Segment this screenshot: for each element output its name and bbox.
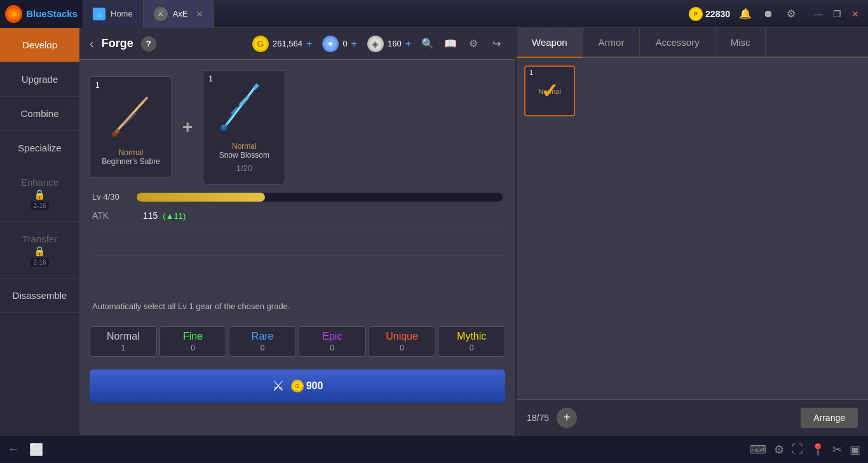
combine-button[interactable]: ⚔ G 900	[90, 370, 505, 403]
grade-btn-unique[interactable]: Unique 0	[369, 326, 436, 357]
location-icon[interactable]: 📍	[811, 443, 825, 457]
transfer-lock-badge: 2-16	[31, 258, 48, 266]
close-btn[interactable]: ✕	[849, 8, 862, 20]
stat-row-atk: ATK 115 (▲11)	[92, 207, 503, 225]
tab-home[interactable]: ⌂ Home	[83, 0, 144, 28]
gear-icon[interactable]: ⚙	[465, 35, 482, 53]
item2-image	[215, 82, 273, 139]
specialize-label: Specialize	[18, 142, 61, 153]
main-content: Develop Upgrade Combine Specialize Enhan…	[0, 28, 868, 435]
tab-weapon[interactable]: Weapon	[517, 28, 583, 58]
atk-value: 115	[143, 211, 158, 221]
back-button[interactable]: ‹	[90, 36, 94, 51]
record-icon[interactable]: ⏺	[761, 6, 776, 22]
grade-btn-mythic[interactable]: Mythic 0	[438, 326, 505, 357]
restore-btn[interactable]: ❐	[831, 8, 844, 20]
item-slot-1[interactable]: 1 Normal Beginner's Sabre	[90, 76, 172, 178]
taskbar-settings-icon[interactable]: ⚙	[774, 443, 784, 457]
tab-axe[interactable]: ⚔ AxE ✕	[144, 0, 214, 28]
grade-fine-count: 0	[163, 343, 224, 352]
stats-area: Lv 4/30 ATK 115 (▲11)	[90, 192, 505, 225]
scissors-icon[interactable]: ✂	[832, 443, 842, 457]
forge-header: ‹ Forge ? G 261,564 + ✦ 0 + ◈ 160 +	[79, 28, 515, 60]
item1-count: 1	[95, 81, 100, 90]
item2-grade: Normal	[232, 142, 257, 151]
tab-accessory[interactable]: Accessory	[640, 28, 715, 57]
enhance-label: Enhance	[21, 177, 58, 188]
item1-grade: Normal	[119, 148, 144, 157]
fullscreen-icon[interactable]: ⛶	[792, 443, 803, 457]
item-slot-2[interactable]: 1	[203, 70, 285, 184]
right-tabs: Weapon Armor Accessory Misc	[517, 28, 868, 58]
exit-icon[interactable]: ↪	[487, 35, 505, 53]
right-bottom: 18/75 + Arrange	[517, 399, 868, 435]
arrange-button[interactable]: Arrange	[801, 408, 858, 428]
grade-rare-count: 0	[232, 343, 293, 352]
tab-misc[interactable]: Misc	[715, 28, 766, 57]
gem-icon: ✦	[322, 36, 339, 52]
coin-icon: P	[689, 7, 703, 21]
coin-area: P 22830	[689, 7, 730, 21]
keyboard-icon[interactable]: ⌨	[750, 443, 766, 457]
auto-select-text: Automatically select all Lv 1 gear of th…	[90, 296, 505, 316]
tab-armor[interactable]: Armor	[583, 28, 641, 57]
develop-label: Develop	[22, 39, 57, 50]
grade-rare-label: Rare	[252, 331, 274, 342]
stat-row-empty-1	[90, 233, 505, 256]
atk-delta: (▲11)	[163, 211, 186, 221]
stone-icon: ◈	[367, 36, 384, 52]
tab-close-icon[interactable]: ✕	[196, 9, 203, 19]
stone-value: 160	[388, 39, 402, 48]
sidebar: Develop Upgrade Combine Specialize Enhan…	[0, 28, 79, 435]
enhance-lock-badge: 2-16	[31, 202, 48, 210]
stone-add[interactable]: +	[405, 38, 411, 50]
grade-epic-count: 0	[302, 343, 363, 352]
sidebar-item-transfer: Transfer 🔒 2-16	[0, 222, 79, 279]
search-icon[interactable]: 🔍	[419, 35, 437, 53]
grade-mythic-count: 0	[441, 343, 502, 352]
back-taskbar-btn[interactable]: ←	[8, 443, 19, 456]
items-row: 1 Normal Beginner's Sabre +	[90, 70, 505, 184]
right-panel: Weapon Armor Accessory Misc 1 Normal 18/…	[515, 28, 868, 435]
window-icon[interactable]: ▣	[850, 443, 860, 457]
grade-btn-rare[interactable]: Rare 0	[229, 326, 296, 357]
minimize-btn[interactable]: —	[811, 8, 825, 20]
grade-mythic-label: Mythic	[457, 331, 486, 342]
gem-add[interactable]: +	[351, 38, 357, 50]
sidebar-item-combine[interactable]: Combine	[0, 97, 79, 131]
combine-btn-icon: ⚔	[272, 378, 285, 394]
grade-btn-epic[interactable]: Epic 0	[299, 326, 366, 357]
gold-add[interactable]: +	[306, 38, 312, 50]
inventory-count: 18/75	[527, 413, 549, 423]
top-right-area: P 22830 🔔 ⏺ ⚙ — ❐ ✕	[689, 6, 868, 22]
sidebar-item-upgrade[interactable]: Upgrade	[0, 62, 79, 97]
add-slot-button[interactable]: +	[557, 408, 577, 428]
sidebar-item-develop[interactable]: Develop	[0, 28, 79, 62]
level-progress-fill	[137, 193, 265, 202]
grade-btn-normal[interactable]: Normal 1	[90, 326, 157, 357]
svg-line-5	[125, 114, 134, 123]
plus-sign: +	[182, 117, 193, 137]
notification-icon[interactable]: 🔔	[738, 6, 753, 22]
combine-area: 1 Normal Beginner's Sabre +	[79, 60, 515, 435]
level-row: Lv 4/30	[92, 192, 503, 202]
combine-label: Combine	[20, 108, 58, 119]
settings-icon[interactable]: ⚙	[783, 6, 799, 22]
sidebar-item-disassemble[interactable]: Disassemble	[0, 279, 79, 313]
item1-name: Beginner's Sabre	[102, 157, 160, 166]
inventory-item-1[interactable]: 1 Normal	[524, 66, 575, 116]
grade-row: Normal 1 Fine 0 Rare 0 Epic 0 Unique 0	[90, 326, 505, 357]
sidebar-item-specialize[interactable]: Specialize	[0, 131, 79, 165]
cost-value: 900	[306, 380, 323, 392]
svg-line-11	[241, 98, 247, 104]
book-icon[interactable]: 📖	[442, 35, 459, 53]
axe-tab-label: AxE	[173, 9, 188, 18]
axe-icon: ⚔	[154, 7, 168, 21]
window-controls: — ❐ ✕	[811, 8, 862, 20]
grade-btn-fine[interactable]: Fine 0	[159, 326, 227, 357]
home-taskbar-btn[interactable]: ⬜	[29, 443, 43, 457]
currency-gold: G 261,564 +	[252, 36, 312, 52]
bluestacks-icon	[5, 5, 22, 23]
combine-cost: G 900	[291, 380, 323, 392]
help-button[interactable]: ?	[141, 36, 156, 52]
